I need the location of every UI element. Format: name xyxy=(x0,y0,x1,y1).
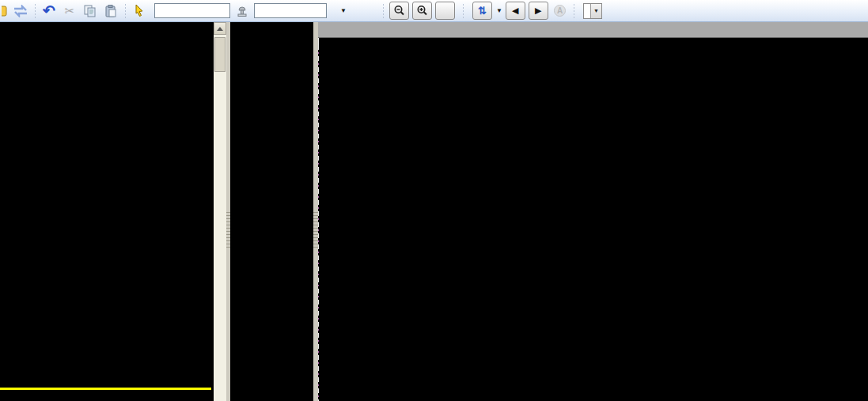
cursor-separator-bar[interactable] xyxy=(0,388,211,390)
prev-icon[interactable]: ◀ xyxy=(506,2,525,20)
signal-names-panel[interactable] xyxy=(0,22,214,401)
waveform-traces xyxy=(318,22,868,401)
pointer-icon[interactable] xyxy=(131,3,148,19)
freq-unit-dropdown-icon[interactable]: ▼ xyxy=(340,7,347,14)
goto-dropdown-icon[interactable]: ▼ xyxy=(590,4,601,18)
toolbar-separator xyxy=(461,4,466,18)
expand-icon[interactable]: ⇅ xyxy=(472,2,492,20)
cut-icon[interactable]: ✂ xyxy=(61,3,78,19)
exchange-icon[interactable] xyxy=(12,3,29,19)
time-cursor-line[interactable] xyxy=(318,45,319,401)
stamp-icon[interactable] xyxy=(233,3,251,19)
next-icon[interactable]: ▶ xyxy=(529,2,548,20)
undo-icon[interactable]: ↶ xyxy=(40,3,58,19)
svg-text:A: A xyxy=(557,6,563,15)
zoom-full-button[interactable] xyxy=(435,2,455,20)
now-time-field[interactable] xyxy=(154,3,230,18)
zoom-in-button[interactable] xyxy=(412,2,432,20)
wave-viewer-window: ↶ ✂ ▼ ⇅ xyxy=(0,0,868,401)
signal-values-panel[interactable] xyxy=(230,22,313,401)
toolbar-separator xyxy=(572,4,577,18)
letter-a-icon: A xyxy=(552,3,569,19)
document-icon[interactable] xyxy=(2,3,9,19)
goto-combo[interactable]: ▼ xyxy=(583,3,602,19)
expand-dropdown-icon[interactable]: ▼ xyxy=(496,7,502,14)
copy-icon[interactable] xyxy=(81,3,99,19)
waveform-canvas[interactable] xyxy=(318,22,868,401)
toolbar: ↶ ✂ ▼ ⇅ xyxy=(0,0,868,22)
paste-icon[interactable] xyxy=(102,3,119,19)
time-ruler[interactable] xyxy=(318,22,868,38)
time-cursor-mark xyxy=(318,38,319,45)
names-scrollbar[interactable] xyxy=(214,22,226,401)
zoom-out-button[interactable] xyxy=(389,2,409,20)
scrollbar-up-icon[interactable] xyxy=(214,22,226,35)
toolbar-separator xyxy=(123,4,127,18)
scrollbar-thumb[interactable] xyxy=(214,37,226,72)
toolbar-separator xyxy=(32,4,37,18)
cursor-time-field[interactable] xyxy=(254,3,327,18)
toolbar-separator xyxy=(381,4,386,18)
